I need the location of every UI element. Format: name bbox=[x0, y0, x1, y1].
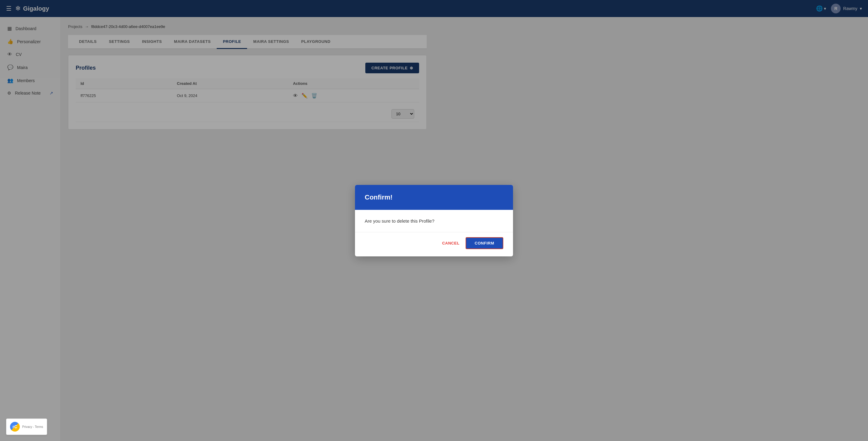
modal-body: Are you sure to delete this Profile? bbox=[355, 210, 434, 221]
modal-header: Confirm! bbox=[355, 185, 434, 210]
confirm-modal: Confirm! Are you sure to delete this Pro… bbox=[355, 185, 434, 221]
modal-title: Confirm! bbox=[365, 194, 434, 201]
modal-body-text: Are you sure to delete this Profile? bbox=[365, 218, 434, 221]
modal-overlay: Confirm! Are you sure to delete this Pro… bbox=[0, 0, 434, 220]
